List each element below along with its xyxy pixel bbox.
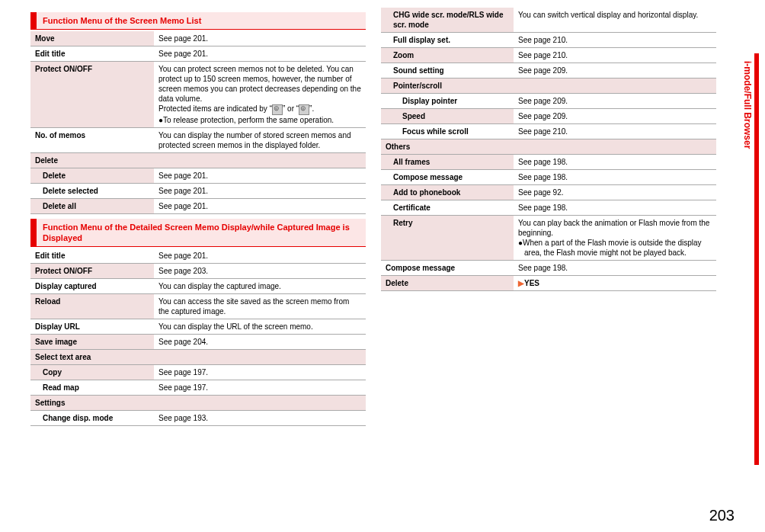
table-row: Save imageSee page 204. [30, 335, 366, 350]
table-row: Protect ON/OFF You can protect screen me… [30, 62, 366, 127]
table-row: Retry You can play back the animation or… [381, 216, 716, 261]
protect-icon [299, 104, 309, 115]
table-row: Delete [30, 152, 366, 168]
table-right: CHG wide scr. mode/RLS wide scr. modeYou… [381, 8, 716, 291]
table-row: Display pointerSee page 209. [381, 94, 716, 109]
table-row: Read mapSee page 197. [30, 380, 366, 396]
table-row: Others [381, 139, 716, 155]
table-row: Delete selectedSee page 201. [30, 183, 366, 198]
table-row: All framesSee page 198. [381, 155, 716, 170]
table-row: Add to phonebookSee page 92. [381, 185, 716, 200]
table-row: Sound settingSee page 209. [381, 63, 716, 79]
table-row: SpeedSee page 209. [381, 109, 716, 124]
table-row: Protect ON/OFFSee page 203. [30, 264, 366, 279]
table-row: Display capturedYou can display the capt… [30, 279, 366, 294]
table-row: Settings [30, 396, 366, 411]
table-row: Pointer/scroll [381, 79, 716, 94]
left-column: Function Menu of the Screen Memo List Mo… [30, 8, 366, 511]
table-row: Select text area [30, 350, 366, 365]
protect-icon [272, 104, 283, 115]
table-row: Delete ▶YES [381, 276, 716, 291]
table-row: Display URLYou can display the URL of th… [30, 319, 366, 335]
table-row: CertificateSee page 198. [381, 200, 716, 216]
table-row: ReloadYou can access the site saved as t… [30, 294, 366, 319]
table-row: Change disp. modeSee page 193. [30, 411, 366, 426]
table-row: CHG wide scr. mode/RLS wide scr. modeYou… [381, 8, 716, 33]
table-row: Edit titleSee page 201. [30, 46, 366, 62]
table-row: Full display set.See page 210. [381, 33, 716, 48]
section-header-2: Function Menu of the Detailed Screen Mem… [30, 219, 366, 248]
table-row: Edit titleSee page 201. [30, 248, 366, 264]
table-detailed-display: Edit titleSee page 201. Protect ON/OFFSe… [30, 248, 366, 426]
table-row: Compose messageSee page 198. [381, 261, 716, 276]
page-number: 203 [709, 507, 735, 524]
table-row: Focus while scrollSee page 210. [381, 124, 716, 139]
table-memo-list: MoveSee page 201. Edit titleSee page 201… [30, 31, 366, 213]
table-row: MoveSee page 201. [30, 31, 366, 46]
table-row: ZoomSee page 210. [381, 48, 716, 63]
table-row: No. of memosYou can display the number o… [30, 127, 366, 152]
right-column: CHG wide scr. mode/RLS wide scr. modeYou… [381, 8, 716, 511]
section-header-1: Function Menu of the Screen Memo List [30, 12, 366, 30]
table-row: Delete allSee page 201. [30, 198, 366, 213]
table-row: DeleteSee page 201. [30, 168, 366, 183]
table-row: Compose messageSee page 198. [381, 170, 716, 185]
arrow-icon: ▶ [518, 279, 524, 287]
table-row: CopySee page 197. [30, 365, 366, 380]
side-tab: i-mode/Full Browser [741, 53, 759, 465]
